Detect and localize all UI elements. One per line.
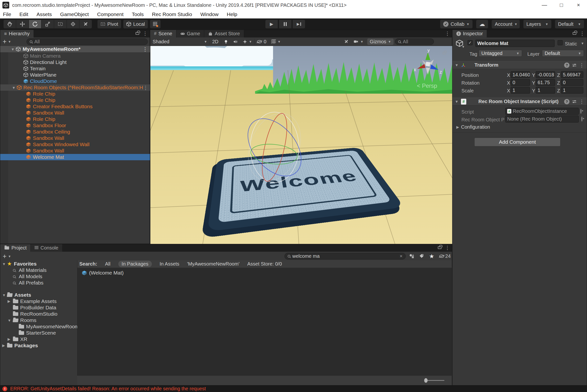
hierarchy-item-role-chip[interactable]: Role Chip (0, 116, 150, 122)
menu-tools[interactable]: Tools (132, 12, 144, 17)
tab-game[interactable]: Game (176, 30, 204, 38)
tab-project[interactable]: Project (0, 244, 31, 252)
hierarchy-item-waterplane[interactable]: WaterPlane (0, 72, 150, 78)
hierarchy-item-sandbox-wall[interactable]: Sandbox Wall (0, 148, 150, 154)
kebab-menu-icon[interactable]: ⋮ (579, 99, 584, 104)
project-folder-probuilder-data[interactable]: ProBuilder Data (0, 304, 77, 311)
collab-button[interactable]: ✓ Collab▼ (440, 20, 473, 28)
scene-visibility-button[interactable]: 0 (254, 38, 269, 46)
foldout-arrow-icon[interactable]: ▶ (2, 343, 5, 348)
scope-folder[interactable]: 'MyAwesomeNewRoom' (187, 261, 239, 267)
layout-dropdown[interactable]: Default▼ (555, 20, 584, 28)
minimize-button[interactable]: — (536, 0, 553, 10)
tab-scene[interactable]: # Scene (150, 30, 176, 38)
rotation-x-field[interactable]: 0 (511, 79, 530, 86)
foldout-arrow-icon[interactable]: ▼ (2, 262, 6, 266)
hierarchy-item-sandbox-floor[interactable]: Sandbox Floor (0, 122, 150, 129)
hierarchy-item-terrain[interactable]: Terrain (0, 66, 150, 72)
active-checkbox[interactable]: ✓ (467, 40, 473, 45)
project-folder-recroomstudio[interactable]: RecRoomStudio (0, 311, 77, 317)
hierarchy-item-directional-light[interactable]: Directional Light (0, 59, 150, 66)
kebab-menu-icon[interactable]: ⋮ (579, 62, 584, 68)
foldout-arrow-icon[interactable]: ▼ (8, 318, 11, 322)
project-folder-example-assets[interactable]: ▶ Example Assets (0, 298, 77, 304)
kebab-menu-icon[interactable]: ⋮ (580, 31, 585, 36)
lighting-toggle-button[interactable] (221, 38, 231, 46)
foldout-arrow-icon[interactable]: ▶ (8, 299, 11, 304)
gameobject-name-field[interactable]: Welcome Mat (475, 40, 555, 47)
help-icon[interactable]: ? (564, 99, 569, 104)
rotation-z-field[interactable]: 0 (561, 79, 583, 86)
cloud-services-button[interactable]: ☁ (476, 20, 488, 28)
hierarchy-search-bar[interactable] (27, 38, 148, 45)
tab-inspector[interactable]: i Inspector (452, 30, 487, 38)
scene-search-input[interactable] (403, 39, 431, 44)
menu-window[interactable]: Window (200, 12, 218, 17)
scope-in-packages[interactable]: In Packages (118, 261, 152, 267)
component-tools-button[interactable] (342, 38, 351, 46)
hierarchy-item-sandbox-wall[interactable]: Sandbox Wall (0, 110, 150, 116)
menu-edit[interactable]: Edit (20, 12, 28, 17)
hierarchy-search-input[interactable] (34, 39, 145, 44)
project-folder-xr[interactable]: ▶ XR (0, 336, 77, 342)
pause-button[interactable] (279, 20, 291, 28)
scale-tool-button[interactable] (41, 20, 54, 28)
play-button[interactable]: ▶ (265, 20, 278, 28)
hierarchy-item-main-camera[interactable]: Main Camera (0, 53, 150, 59)
project-search-input[interactable] (292, 254, 398, 259)
scene-camera-dropdown[interactable]: ▼ (351, 38, 366, 46)
lock-icon[interactable] (136, 32, 139, 35)
foldout-arrow-icon[interactable]: ▼ (12, 86, 16, 90)
hidden-packages-count[interactable]: 24 (439, 254, 451, 259)
foldout-arrow-icon[interactable]: ▼ (455, 100, 458, 104)
scene-search-bar[interactable] (395, 38, 434, 45)
hierarchy-item-sandbox-windowed-wall[interactable]: Sandbox Windowed Wall (0, 141, 150, 148)
thumbnail-size-slider[interactable] (426, 380, 444, 381)
rotation-y-field[interactable]: 61.75 (536, 79, 555, 86)
object-picker-icon[interactable] (581, 116, 582, 122)
foldout-arrow-icon[interactable]: ▶ (8, 337, 11, 342)
project-fav-all-materials[interactable]: All Materials (0, 267, 77, 273)
effects-dropdown[interactable]: ▼ (240, 38, 254, 46)
slider-thumb[interactable] (424, 378, 428, 383)
tab-asset-store[interactable]: Asset Store (204, 30, 244, 38)
step-button[interactable]: ▶ (292, 20, 305, 28)
hierarchy-scene-row[interactable]: ▼ MyAwesomeNewRoom* ⋮ (0, 46, 150, 52)
create-add-caret[interactable]: ▼ (8, 40, 11, 44)
add-component-button[interactable]: Add Component (474, 138, 560, 146)
rro-component-header[interactable]: ▼ # Rec Room Object Instance (Script) ? … (452, 98, 587, 106)
project-assets-root[interactable]: ▼ Assets (0, 292, 77, 298)
tag-dropdown[interactable]: Untagged▼ (479, 50, 522, 57)
menu-rec-room-studio[interactable]: Rec Room Studio (152, 12, 192, 17)
menu-assets[interactable]: Assets (37, 12, 52, 17)
search-result-welcome-mat[interactable]: (Welcome Mat) (82, 270, 124, 276)
close-button[interactable]: × (570, 0, 587, 10)
rec-room-object-field[interactable]: None (Rec Room Object) (505, 116, 579, 122)
presets-icon[interactable] (572, 63, 577, 68)
move-tool-button[interactable] (16, 20, 29, 28)
foldout-arrow-icon[interactable]: ▼ (11, 47, 15, 51)
foldout-arrow-icon[interactable]: ▼ (455, 63, 458, 67)
lock-icon[interactable] (438, 246, 441, 249)
hierarchy-item-clouddome[interactable]: CloudDome (0, 78, 150, 84)
maximize-button[interactable]: □ (553, 0, 570, 10)
gizmo-lock-icon[interactable] (443, 52, 446, 54)
status-bar[interactable]: ! ERROR: GetUnityAssetDetails failed! Re… (0, 386, 587, 392)
pivot-toggle-button[interactable]: Pivot (97, 20, 121, 28)
scale-z-field[interactable]: 1 (561, 87, 583, 94)
position-z-field[interactable]: 5.66947 (561, 71, 583, 78)
account-dropdown[interactable]: Account▼ (492, 20, 520, 28)
custom-tools-button[interactable] (79, 20, 92, 28)
local-toggle-button[interactable]: Local (123, 20, 148, 28)
transform-component-header[interactable]: ▼ Transform ? ⋮ (452, 61, 587, 69)
transform-tool-button[interactable] (67, 20, 79, 28)
favorites-star-icon[interactable]: ★ (429, 253, 434, 260)
hand-tool-button[interactable] (4, 20, 16, 28)
project-folder-starterscene[interactable]: StarterScene (0, 330, 77, 336)
position-x-field[interactable]: 14.0460 (511, 71, 530, 78)
item-kebab-icon[interactable]: ⋮ (143, 85, 148, 90)
search-by-type-icon[interactable] (409, 254, 414, 259)
perspective-label[interactable]: < Persp (417, 82, 437, 89)
kebab-menu-icon[interactable]: ⋮ (445, 245, 450, 250)
help-icon[interactable]: ? (564, 62, 569, 68)
